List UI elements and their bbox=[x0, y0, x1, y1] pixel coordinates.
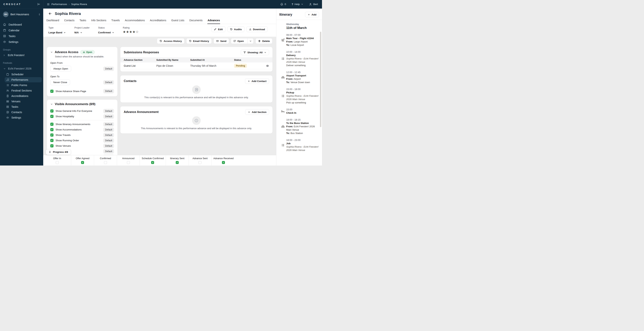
sidebar-item-settings-festival[interactable]: Settings bbox=[5, 115, 42, 120]
tab-travels[interactable]: Travels bbox=[111, 18, 120, 24]
itinerary-item[interactable]: 12:00 - 12:45 Airport Transport From: Ai… bbox=[286, 71, 320, 84]
tab-contacts[interactable]: Contacts bbox=[64, 18, 75, 24]
progress-step: Schedule Confirmed bbox=[140, 155, 166, 166]
announcement-checkbox[interactable] bbox=[50, 115, 54, 118]
announcement-checkbox[interactable] bbox=[50, 110, 54, 112]
tab-info-sections[interactable]: Info Sections bbox=[91, 18, 106, 24]
announcement-checkbox[interactable] bbox=[50, 123, 54, 126]
share-page-checkbox[interactable] bbox=[50, 90, 54, 93]
add-contact-button[interactable]: Add Contact bbox=[245, 78, 269, 84]
sidebar-festival-header[interactable]: Echt Feesten! 2026 bbox=[0, 66, 43, 72]
progress-step: Offer In bbox=[43, 155, 71, 166]
scrollbar-thumb[interactable] bbox=[320, 32, 321, 127]
tab-documents[interactable]: Documents bbox=[189, 18, 203, 24]
sidebar-item-performances[interactable]: Performances bbox=[5, 77, 42, 82]
audits-button[interactable]: Audits bbox=[227, 26, 244, 32]
add-itinerary-button[interactable]: Add bbox=[305, 12, 319, 17]
step-checkbox[interactable] bbox=[104, 161, 107, 164]
help-menu[interactable]: ? Help bbox=[292, 3, 303, 6]
item-time: 12:00 - 12:45 bbox=[286, 71, 320, 74]
back-arrow-icon[interactable] bbox=[48, 12, 52, 16]
email-history-button[interactable]: Email History bbox=[186, 38, 212, 44]
sidebar-item-dashboard[interactable]: Dashboard bbox=[0, 22, 43, 28]
step-checkbox[interactable] bbox=[127, 161, 130, 164]
step-label: Advance Received bbox=[213, 157, 234, 160]
sidebar-item-venues[interactable]: Venues bbox=[5, 99, 42, 104]
breadcrumb-current: Sophia Rivera bbox=[71, 3, 87, 6]
chevron-down-icon bbox=[264, 51, 266, 54]
sidebar-item-tasks-festival[interactable]: Tasks bbox=[5, 104, 42, 110]
star-rating[interactable]: ★★★★☆ bbox=[123, 30, 139, 34]
announcement-label: Show Travels bbox=[56, 134, 70, 136]
tab-accommodations[interactable]: Accommodations bbox=[125, 18, 145, 24]
step-checkbox[interactable] bbox=[198, 161, 202, 164]
step-label: Itinerary Sent bbox=[170, 157, 184, 160]
sidebar-item-label: Festival Sections bbox=[11, 89, 32, 92]
add-section-button[interactable]: Add Section bbox=[245, 109, 269, 115]
sidebar-item-public-forms[interactable]: Public Forms bbox=[5, 82, 42, 88]
itinerary-item[interactable]: 15:00 - 18:00 Pickup Sophia Rivera - Ech… bbox=[286, 88, 320, 104]
breadcrumb-section[interactable]: Performances bbox=[52, 3, 67, 6]
open-button-main[interactable]: Open bbox=[231, 38, 246, 44]
sidebar-item-contacts[interactable]: Contacts bbox=[5, 110, 42, 115]
sidebar-user-switcher[interactable]: BH Bert Hausmans bbox=[0, 10, 43, 19]
collapse-chevron-icon[interactable] bbox=[50, 103, 53, 106]
rating-field: Rating ★★★★☆ bbox=[123, 26, 139, 34]
announcement-checkbox[interactable] bbox=[50, 139, 54, 142]
tab-accreditations[interactable]: Accreditations bbox=[150, 18, 166, 24]
progress-button[interactable]: Progress 4/8 bbox=[46, 149, 71, 155]
itinerary-item[interactable]: 18:00 - 23:00 Job Sophia Rivera - Echt F… bbox=[286, 138, 320, 152]
open-from-select[interactable]: Always Open bbox=[50, 66, 71, 72]
itinerary-item[interactable]: 10:00 - 14:00 Delivery Sophia Rivera - E… bbox=[286, 50, 320, 67]
announcement-checkbox[interactable] bbox=[50, 144, 54, 148]
menu-icon[interactable] bbox=[47, 3, 50, 6]
step-checkbox[interactable] bbox=[176, 161, 179, 164]
sidebar-item-scheduler[interactable]: Scheduler bbox=[5, 72, 42, 77]
type-select[interactable]: Large Band bbox=[48, 31, 66, 34]
itinerary-item[interactable]: 06:00 - 07:00 Main Tour - Flight #2244 F… bbox=[286, 33, 320, 47]
itinerary-list[interactable]: Wednesday 11th of March 06:00 - 07:00 Ma… bbox=[276, 20, 322, 166]
step-checkbox[interactable] bbox=[56, 161, 59, 164]
sidebar-item-calendar[interactable]: Calendar bbox=[0, 28, 43, 33]
collapse-chevron-icon[interactable] bbox=[50, 51, 53, 54]
edit-button[interactable]: Edit bbox=[211, 26, 226, 32]
sidebar-item-group-echt-feesten[interactable]: Echt Feesten! bbox=[0, 52, 43, 58]
announcement-checkbox[interactable] bbox=[50, 134, 54, 136]
open-button-dropdown[interactable] bbox=[248, 38, 254, 44]
user-menu[interactable]: Bert bbox=[309, 3, 318, 6]
status-select[interactable]: Confirmed bbox=[98, 31, 114, 34]
project-leader-select[interactable]: N/A bbox=[74, 31, 90, 34]
step-checkbox[interactable] bbox=[222, 161, 225, 164]
tab-advances[interactable]: Advances bbox=[208, 18, 220, 24]
sidebar-item-festival-sections[interactable]: Festival Sections bbox=[5, 88, 42, 93]
music-note-icon bbox=[6, 78, 9, 81]
announcement-checkbox[interactable] bbox=[50, 128, 54, 131]
tab-guest-lists[interactable]: Guest Lists bbox=[171, 18, 184, 24]
item-note: Pick up something bbox=[286, 101, 320, 104]
open-to-select[interactable]: Never Close bbox=[50, 80, 70, 85]
status-field: Status Confirmed bbox=[98, 26, 114, 34]
notifications-button[interactable]: 0 bbox=[280, 3, 286, 6]
itinerary-item[interactable]: 18:00 - 18:15 To the Buss Station From: … bbox=[286, 118, 320, 135]
delete-button[interactable]: Delete bbox=[256, 38, 272, 44]
external-link-icon bbox=[233, 40, 236, 42]
send-button[interactable]: Send bbox=[214, 38, 229, 44]
chevron-down-icon bbox=[64, 32, 66, 34]
view-submission-icon[interactable] bbox=[266, 64, 269, 68]
sidebar-item-tasks[interactable]: Tasks bbox=[0, 33, 43, 39]
sidebar-item-accreditations[interactable]: Accreditations bbox=[5, 93, 42, 98]
download-button[interactable]: Download bbox=[246, 26, 268, 32]
step-checkbox[interactable] bbox=[81, 161, 84, 164]
app: CRESCAT Performances › Sophia Rivera 0 ?… bbox=[0, 0, 322, 166]
access-history-button[interactable]: Access History bbox=[157, 38, 184, 44]
gear-icon bbox=[6, 116, 9, 119]
sidebar-item-label: Scheduler bbox=[11, 73, 24, 76]
tab-dashboard[interactable]: Dashboard bbox=[46, 18, 60, 24]
itinerary-item[interactable]: 15:00 Check In bbox=[286, 108, 320, 114]
sidebar-item-settings[interactable]: Settings bbox=[0, 39, 43, 45]
table-row[interactable]: Guest List Pipo de Clown Thursday 5th of… bbox=[120, 62, 272, 69]
showing-filter-button[interactable]: Showing: All bbox=[241, 50, 269, 55]
step-checkbox[interactable] bbox=[151, 161, 154, 164]
sidebar-collapse-icon[interactable] bbox=[37, 2, 40, 6]
tab-tasks[interactable]: Tasks bbox=[80, 18, 86, 24]
